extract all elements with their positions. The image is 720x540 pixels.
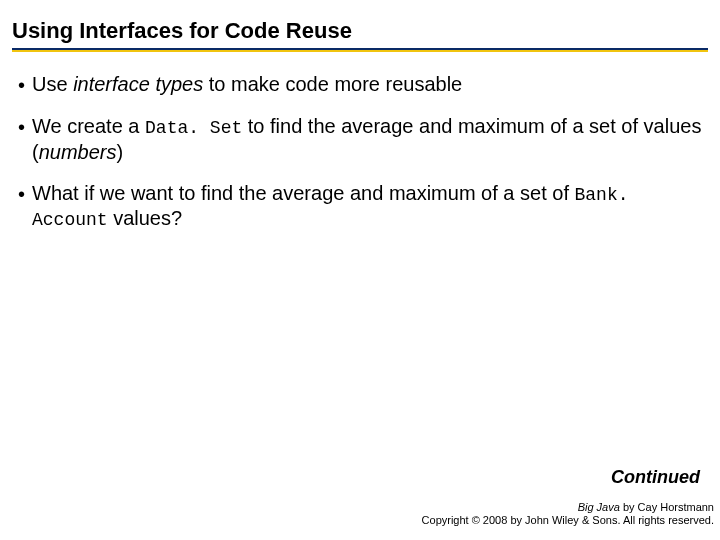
title-block: Using Interfaces for Code Reuse (0, 0, 720, 58)
bullet-text: What if we want to find the average and … (32, 181, 702, 232)
text-segment: ) (116, 141, 123, 163)
bullet-dot: • (18, 114, 32, 165)
author: by Cay Horstmann (620, 501, 714, 513)
slide-title: Using Interfaces for Code Reuse (12, 18, 708, 44)
continued-label: Continued (611, 467, 700, 488)
text-segment: values? (108, 207, 183, 229)
code-segment: Data. Set (145, 118, 242, 138)
text-segment: What if we want to find the average and … (32, 182, 575, 204)
text-segment: Use (32, 73, 73, 95)
book-title: Big Java (578, 501, 620, 513)
italic-segment: numbers (39, 141, 117, 163)
bullet-dot: • (18, 181, 32, 232)
italic-segment: interface types (73, 73, 203, 95)
bullet-text: Use interface types to make code more re… (32, 72, 462, 98)
bullet-item: • What if we want to find the average an… (18, 181, 702, 232)
bullet-dot: • (18, 72, 32, 98)
text-segment: We create a (32, 115, 145, 137)
footer-line-2: Copyright © 2008 by John Wiley & Sons. A… (422, 514, 714, 528)
title-rule (12, 48, 708, 52)
bullet-item: • Use interface types to make code more … (18, 72, 702, 98)
text-segment: to make code more reusable (203, 73, 462, 95)
footer: Big Java by Cay Horstmann Copyright © 20… (422, 501, 714, 529)
footer-line-1: Big Java by Cay Horstmann (422, 501, 714, 515)
bullet-item: • We create a Data. Set to find the aver… (18, 114, 702, 165)
content-area: • Use interface types to make code more … (0, 58, 720, 232)
bullet-text: We create a Data. Set to find the averag… (32, 114, 702, 165)
